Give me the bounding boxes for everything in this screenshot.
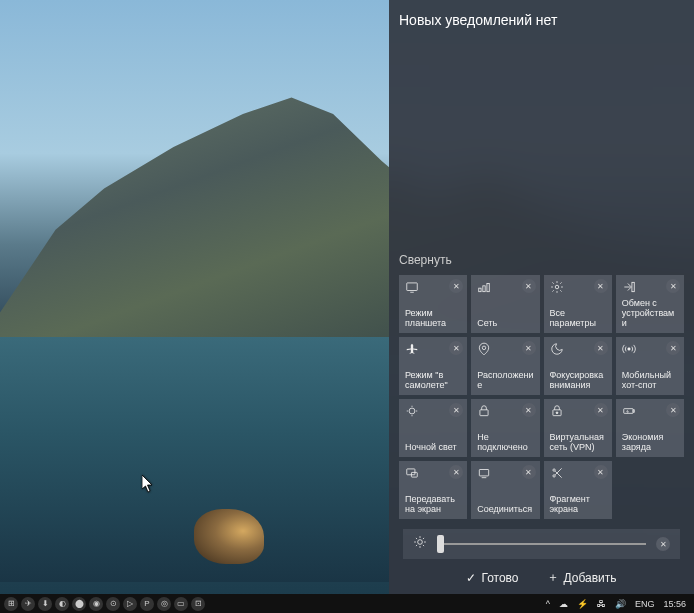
tile-all-settings[interactable]: ✕ Все параметры [544, 275, 612, 333]
done-label: Готово [481, 571, 518, 585]
slider-thumb[interactable] [437, 535, 444, 553]
tile-label: Все параметры [550, 308, 606, 328]
svg-point-20 [552, 469, 554, 471]
tile-label: Расположение [477, 370, 533, 390]
tile-label: Передавать на экран [405, 494, 461, 514]
sun-icon [413, 535, 427, 553]
tray-chevron-icon[interactable]: ^ [546, 599, 550, 609]
pin-icon[interactable]: ✕ [594, 465, 608, 479]
tile-label: Фрагмент экрана [550, 494, 606, 514]
tray-clock[interactable]: 15:56 [663, 599, 686, 609]
svg-rect-17 [480, 470, 489, 476]
tray-network-icon[interactable]: 🖧 [597, 599, 606, 609]
tile-connect[interactable]: ✕ Соединиться [471, 461, 539, 519]
slider-track[interactable] [437, 536, 646, 552]
tile-tablet-mode[interactable]: ✕ Режим планшета [399, 275, 467, 333]
add-label: Добавить [564, 571, 617, 585]
taskbar-tray: ^ ☁ ⚡ 🖧 🔊 ENG 15:56 [546, 599, 694, 609]
tile-label: Сеть [477, 318, 533, 328]
taskbar-app-icon[interactable]: ◎ [157, 597, 171, 611]
pin-icon[interactable]: ✕ [594, 403, 608, 417]
tile-label: Виртуальная сеть (VPN) [550, 432, 606, 452]
tile-label: Соединиться [477, 504, 533, 514]
tile-label: Не подключено [477, 432, 533, 452]
tray-power-icon[interactable]: ⚡ [577, 599, 588, 609]
tile-label: Обмен с устройствами [622, 298, 678, 328]
notifications-title: Новых уведомлений нет [399, 12, 684, 28]
svg-point-8 [628, 348, 630, 350]
pin-icon[interactable]: ✕ [666, 341, 680, 355]
tile-project[interactable]: ✕ Передавать на экран [399, 461, 467, 519]
edit-actions: ✓ Готово ＋ Добавить [399, 569, 684, 586]
pin-icon[interactable]: ✕ [594, 279, 608, 293]
tray-volume-icon[interactable]: 🔊 [615, 599, 626, 609]
svg-rect-6 [632, 282, 634, 291]
tile-vpn-status[interactable]: ✕ Не подключено [471, 399, 539, 457]
collapse-link[interactable]: Свернуть [399, 253, 684, 267]
action-center-panel: Новых уведомлений нет Свернуть ✕ Режим п… [389, 0, 694, 594]
taskbar-app-icon[interactable]: ⬇ [38, 597, 52, 611]
tile-network[interactable]: ✕ Сеть [471, 275, 539, 333]
pin-icon[interactable]: ✕ [522, 341, 536, 355]
tile-focus-assist[interactable]: ✕ Фокусировка внимания [544, 337, 612, 395]
svg-rect-13 [624, 409, 633, 414]
pin-icon[interactable]: ✕ [594, 341, 608, 355]
pin-icon[interactable]: ✕ [656, 537, 670, 551]
svg-rect-4 [487, 284, 489, 292]
svg-point-7 [483, 346, 487, 350]
taskbar-app-icon[interactable]: ⊡ [191, 597, 205, 611]
quick-action-tiles: ✕ Режим планшета ✕ Сеть ✕ Все параметры … [399, 275, 684, 519]
taskbar-app-icon[interactable]: ⊞ [4, 597, 18, 611]
tile-label: Экономия заряда [622, 432, 678, 452]
tile-night-light[interactable]: ✕ Ночной свет [399, 399, 467, 457]
svg-rect-3 [483, 286, 485, 292]
pin-icon[interactable]: ✕ [522, 403, 536, 417]
tile-mobile-hotspot[interactable]: ✕ Мобильный хот-спот [616, 337, 684, 395]
slider-line [437, 543, 646, 545]
tile-vpn[interactable]: ✕ Виртуальная сеть (VPN) [544, 399, 612, 457]
pin-icon[interactable]: ✕ [666, 403, 680, 417]
done-button[interactable]: ✓ Готово [466, 569, 518, 586]
tile-battery-saver[interactable]: ✕ Экономия заряда [616, 399, 684, 457]
tray-language[interactable]: ENG [635, 599, 655, 609]
taskbar[interactable]: ⊞ ✈ ⬇ ◐ ⬤ ◉ ⊙ ▷ P ◎ ▭ ⊡ ^ ☁ ⚡ 🖧 🔊 ENG 15… [0, 594, 694, 613]
tile-label: Режим "в самолете" [405, 370, 461, 390]
taskbar-app-icon[interactable]: ✈ [21, 597, 35, 611]
svg-rect-10 [480, 410, 488, 416]
svg-point-5 [555, 285, 559, 289]
taskbar-app-icon[interactable]: ▭ [174, 597, 188, 611]
tray-cloud-icon[interactable]: ☁ [559, 599, 568, 609]
pin-icon[interactable]: ✕ [522, 465, 536, 479]
brightness-slider[interactable]: ✕ [403, 529, 680, 559]
svg-point-21 [418, 540, 423, 545]
taskbar-app-icon[interactable]: ⊙ [106, 597, 120, 611]
tile-screen-snip[interactable]: ✕ Фрагмент экрана [544, 461, 612, 519]
taskbar-app-icon[interactable]: ◐ [55, 597, 69, 611]
tile-label: Фокусировка внимания [550, 370, 606, 390]
tile-location[interactable]: ✕ Расположение [471, 337, 539, 395]
taskbar-app-icon[interactable]: P [140, 597, 154, 611]
pin-icon[interactable]: ✕ [522, 279, 536, 293]
svg-point-19 [552, 475, 554, 477]
taskbar-app-icon[interactable]: ⬤ [72, 597, 86, 611]
tile-airplane-mode[interactable]: ✕ Режим "в самолете" [399, 337, 467, 395]
svg-rect-15 [407, 469, 415, 475]
svg-rect-14 [633, 410, 634, 412]
svg-rect-2 [479, 288, 481, 292]
taskbar-app-icon[interactable]: ▷ [123, 597, 137, 611]
tile-nearby-sharing[interactable]: ✕ Обмен с устройствами [616, 275, 684, 333]
svg-rect-0 [407, 283, 418, 291]
pin-icon[interactable]: ✕ [666, 279, 680, 293]
tile-label: Мобильный хот-спот [622, 370, 678, 390]
svg-point-12 [556, 412, 558, 414]
taskbar-left: ⊞ ✈ ⬇ ◐ ⬤ ◉ ⊙ ▷ P ◎ ▭ ⊡ [0, 597, 205, 611]
taskbar-app-icon[interactable]: ◉ [89, 597, 103, 611]
tile-label: Режим планшета [405, 308, 461, 328]
add-button[interactable]: ＋ Добавить [547, 569, 617, 586]
mouse-cursor [142, 475, 154, 493]
svg-point-9 [409, 408, 415, 414]
tile-label: Ночной свет [405, 442, 461, 452]
wallpaper-rock [194, 509, 264, 564]
